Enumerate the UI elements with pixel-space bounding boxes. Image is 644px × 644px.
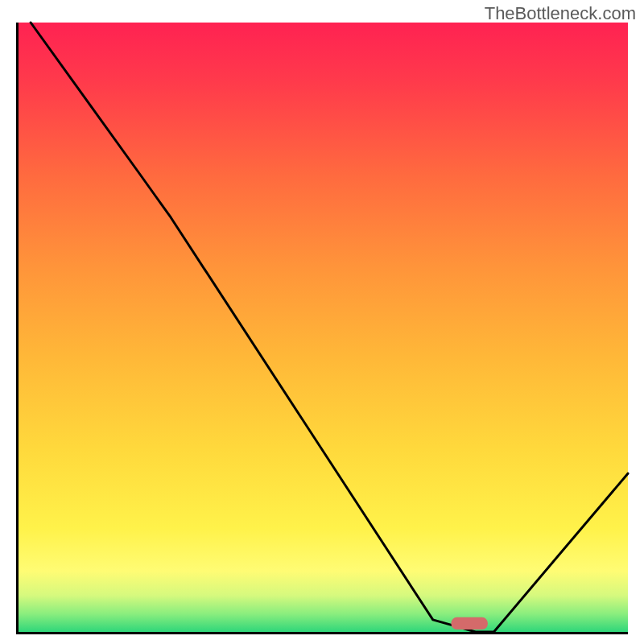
optimal-range-marker — [451, 617, 487, 630]
watermark-text: TheBottleneck.com — [485, 3, 636, 24]
bottleneck-curve — [31, 23, 628, 632]
curve-svg — [19, 23, 628, 632]
plot-area — [16, 23, 628, 634]
chart-container: TheBottleneck.com — [0, 0, 644, 644]
